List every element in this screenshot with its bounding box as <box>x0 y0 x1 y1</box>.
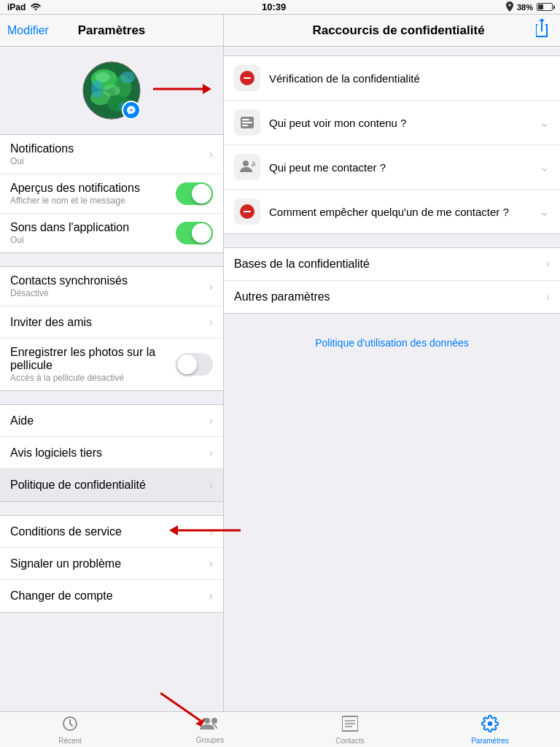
no-entry-icon <box>234 65 260 91</box>
svg-rect-18 <box>242 125 248 126</box>
svg-point-9 <box>96 72 110 82</box>
modifier-button[interactable]: Modifier <box>7 24 49 37</box>
svg-point-25 <box>204 718 210 724</box>
svg-point-6 <box>91 80 103 98</box>
tab-bar: Récent Groupes Contacts <box>0 711 560 747</box>
settings-item-avis[interactable]: Avis logiciels tiers › <box>0 437 223 469</box>
svg-point-19 <box>243 160 249 166</box>
svg-rect-16 <box>242 119 249 120</box>
battery-percentage: 38% <box>517 3 533 12</box>
settings-item-photos[interactable]: Enregistrer les photos sur la pellicule … <box>0 338 223 390</box>
status-right: 38% <box>506 1 553 13</box>
svg-rect-21 <box>244 211 251 212</box>
chevron-right-icon: › <box>209 589 213 603</box>
privacy-item-verification[interactable]: Vérification de la confidentialité <box>224 56 560 101</box>
chevron-right-icon: › <box>209 525 213 538</box>
status-bar: iPad 10:39 38% <box>0 0 560 15</box>
svg-point-26 <box>211 718 217 724</box>
chevron-right-icon: › <box>546 290 550 303</box>
settings-item-signaler[interactable]: Signaler un problème › <box>0 548 223 580</box>
chevron-right-icon: › <box>209 446 213 460</box>
left-panel-title: Paramètres <box>78 23 146 38</box>
svg-point-31 <box>488 721 492 726</box>
chevron-down-icon: ⌄ <box>539 115 550 131</box>
settings-item-inviter[interactable]: Inviter des amis › <box>0 306 223 338</box>
svg-point-5 <box>103 85 120 96</box>
sons-toggle[interactable] <box>176 222 213 244</box>
svg-marker-12 <box>203 84 211 94</box>
battery-icon <box>537 3 553 11</box>
list-icon <box>342 715 358 735</box>
share-button[interactable] <box>534 18 550 43</box>
settings-group-4: Conditions de service › Signaler un prob… <box>0 515 223 613</box>
photos-toggle[interactable] <box>176 353 213 376</box>
no-entry-2-icon <box>234 198 260 225</box>
privacy-item-voir-contenu[interactable]: Qui peut voir mon contenu ? ⌄ <box>224 101 560 145</box>
settings-item-apercu[interactable]: Aperçus des notifications Afficher le no… <box>0 174 223 214</box>
privacy-item-empecher[interactable]: Comment empêcher quelqu'un de me contact… <box>224 190 560 233</box>
settings-item-changer[interactable]: Changer de compte › <box>0 580 223 612</box>
status-left: iPad <box>7 1 42 12</box>
location-icon <box>506 1 513 13</box>
privacy-item-contacter[interactable]: Qui peut me contacter ? ⌄ <box>224 145 560 190</box>
right-panel-title: Raccourcis de confidentialité <box>263 23 534 38</box>
settings-item-conditions[interactable]: Conditions de service › <box>0 516 223 548</box>
settings-item-notifications[interactable]: Notifications Oui › <box>0 135 223 174</box>
nav-item-autres[interactable]: Autres paramètres › <box>224 281 560 313</box>
tab-contacts-label: Contacts <box>335 737 364 745</box>
messenger-badge <box>122 101 141 120</box>
carrier-label: iPad <box>7 2 26 12</box>
chevron-right-icon: › <box>209 479 213 492</box>
people-icon <box>200 716 220 735</box>
privacy-group-nav: Bases de la confidentialité › Autres par… <box>224 247 560 314</box>
clock-icon <box>61 715 79 735</box>
privacy-policy-link[interactable]: Politique d'utilisation des données <box>224 327 560 359</box>
settings-group-2: Contacts synchronisés Désactivé › Invite… <box>0 266 223 391</box>
tab-recent-label: Récent <box>58 737 82 745</box>
status-time: 10:39 <box>262 1 286 12</box>
chevron-right-icon: › <box>546 258 550 271</box>
newspaper-icon <box>234 109 260 136</box>
tab-parametres[interactable]: Paramètres <box>420 712 560 747</box>
avatar[interactable] <box>82 61 141 120</box>
tab-groupes[interactable]: Groupes <box>140 712 280 747</box>
svg-point-7 <box>120 71 135 83</box>
left-nav-bar: Modifier Paramètres <box>0 15 223 47</box>
right-nav-bar: Raccourcis de confidentialité <box>224 15 560 47</box>
svg-rect-14 <box>244 77 251 79</box>
privacy-group-main: Vérification de la confidentialité Qui p… <box>224 55 560 234</box>
settings-item-politique[interactable]: Politique de confidentialité › <box>0 469 223 501</box>
gear-icon <box>481 715 499 735</box>
annotation-arrow-profile <box>153 78 211 103</box>
tab-parametres-label: Paramètres <box>471 737 509 745</box>
chevron-right-icon: › <box>209 280 213 293</box>
tab-contacts[interactable]: Contacts <box>280 712 420 747</box>
settings-group-1: Notifications Oui › Aperçus des notifica… <box>0 134 223 253</box>
wifi-icon <box>30 1 42 12</box>
svg-rect-17 <box>242 122 252 123</box>
chevron-right-icon: › <box>209 557 213 570</box>
settings-group-3: Aide › Avis logiciels tiers › Politique … <box>0 404 223 502</box>
tab-groupes-label: Groupes <box>196 736 224 744</box>
tab-recent[interactable]: Récent <box>0 712 140 747</box>
chevron-right-icon: › <box>209 148 213 161</box>
profile-section <box>0 47 223 134</box>
left-panel: Modifier Paramètres <box>0 15 224 711</box>
chevron-right-icon: › <box>209 414 213 427</box>
right-content: Vérification de la confidentialité Qui p… <box>224 47 560 711</box>
settings-item-sons[interactable]: Sons dans l'application Oui <box>0 214 223 252</box>
apercu-toggle[interactable] <box>176 182 213 205</box>
chevron-right-icon: › <box>209 316 213 329</box>
main-content: Modifier Paramètres <box>0 15 560 711</box>
chevron-down-icon: ⌄ <box>539 159 550 175</box>
right-panel: Raccourcis de confidentialité <box>224 15 560 711</box>
settings-item-aide[interactable]: Aide › <box>0 405 223 437</box>
nav-item-bases[interactable]: Bases de la confidentialité › <box>224 248 560 281</box>
settings-list: Notifications Oui › Aperçus des notifica… <box>0 134 223 613</box>
person-wave-icon <box>234 154 260 180</box>
chevron-down-icon: ⌄ <box>539 204 550 220</box>
settings-item-contacts[interactable]: Contacts synchronisés Désactivé › <box>0 267 223 306</box>
